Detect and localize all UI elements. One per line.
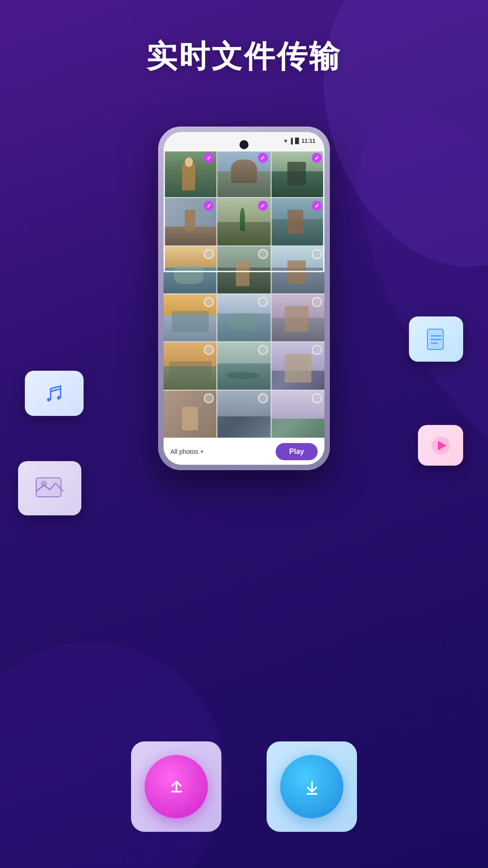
photo-cell-10[interactable] <box>164 294 216 341</box>
photo-cell-2[interactable] <box>217 150 270 197</box>
wifi-icon: ▾ <box>284 138 287 144</box>
phone-frame: ▾ ▐ ▉ 11:11 <box>158 127 330 470</box>
main-title: 实时文件传输 <box>0 36 488 77</box>
photo-cell-18[interactable] <box>272 391 324 438</box>
check-badge-5 <box>258 201 268 211</box>
circle-badge-18 <box>312 393 322 403</box>
circle-badge-14 <box>258 345 268 355</box>
download-icon <box>300 774 324 799</box>
document-icon-card <box>409 316 463 362</box>
phone-screen: ▾ ▐ ▉ 11:11 <box>164 132 324 465</box>
photo-cell-8[interactable] <box>217 246 270 293</box>
photo-cell-4[interactable] <box>164 198 216 245</box>
image-icon-card <box>18 461 81 515</box>
photo-cell-1[interactable] <box>164 150 216 197</box>
photo-cell-9[interactable] <box>272 246 324 293</box>
all-photos-dropdown[interactable]: All photos ▾ <box>170 448 203 455</box>
photo-cell-16[interactable] <box>164 391 216 438</box>
circle-badge-7 <box>204 249 214 259</box>
check-badge-3 <box>312 153 322 163</box>
upload-bg <box>131 741 221 832</box>
photo-cell-17[interactable] <box>217 391 270 438</box>
phone-bottom-bar: All photos ▾ Play <box>164 438 324 465</box>
upload-button[interactable] <box>145 755 208 818</box>
circle-badge-11 <box>258 297 268 307</box>
photo-cell-12[interactable] <box>272 294 324 341</box>
svg-point-7 <box>41 481 47 487</box>
phone-notch <box>239 140 249 149</box>
play-button[interactable]: Play <box>276 443 318 460</box>
image-icon <box>34 472 66 504</box>
play-icon <box>431 435 451 456</box>
photo-cell-5[interactable] <box>217 198 270 245</box>
status-icons: ▾ ▐ ▉ 11:11 <box>284 138 315 144</box>
document-icon <box>424 327 449 352</box>
time-display: 11:11 <box>301 138 315 144</box>
download-bg <box>267 741 357 832</box>
download-button[interactable] <box>280 755 343 818</box>
circle-badge-8 <box>258 249 268 259</box>
svg-rect-5 <box>36 478 61 497</box>
battery-icon: ▉ <box>295 138 299 144</box>
photo-cell-6[interactable] <box>272 198 324 245</box>
photo-cell-7[interactable] <box>164 246 216 293</box>
phone-mockup: ▾ ▐ ▉ 11:11 <box>158 127 330 470</box>
photo-cell-14[interactable] <box>217 342 270 389</box>
album-label: All photos <box>170 448 198 455</box>
photo-cell-13[interactable] <box>164 342 216 389</box>
music-icon <box>41 380 68 407</box>
title-section: 实时文件传输 <box>0 36 488 77</box>
upload-container <box>131 741 221 832</box>
photo-grid <box>164 150 324 438</box>
photo-cell-11[interactable] <box>217 294 270 341</box>
transfer-section <box>131 741 357 832</box>
photo-cell-3[interactable] <box>272 150 324 197</box>
signal-icon: ▐ <box>289 138 293 144</box>
circle-badge-12 <box>312 297 322 307</box>
chevron-down-icon: ▾ <box>201 448 203 455</box>
music-icon-card <box>25 371 84 416</box>
upload-icon <box>164 774 189 799</box>
circle-badge-17 <box>258 393 268 403</box>
photo-cell-15[interactable] <box>272 342 324 389</box>
circle-badge-16 <box>204 393 214 403</box>
download-container <box>267 741 357 832</box>
video-icon-card <box>418 425 463 466</box>
circle-badge-9 <box>312 249 322 259</box>
check-badge-2 <box>258 153 268 163</box>
